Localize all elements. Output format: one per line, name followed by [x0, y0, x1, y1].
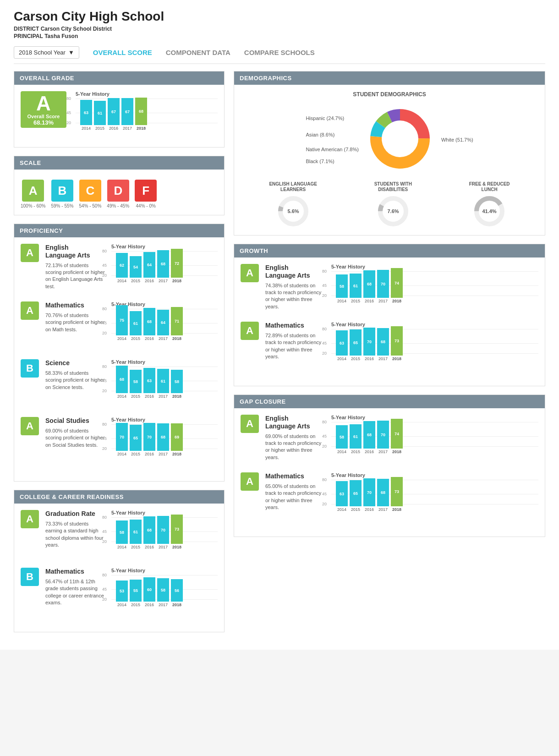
prof-info: EnglishLanguage Arts 74.38% of students …	[265, 264, 325, 310]
prof-desc: 56.47% of 11th & 12th grade students pas…	[45, 578, 105, 607]
bar-value: 58	[157, 578, 169, 602]
gauge-item: ENGLISH LANGUAGELEARNERS 5.6%	[269, 181, 317, 229]
bar-value: 64	[157, 310, 169, 335]
nav-bar: 2018 School Year ▼ OVERALL SCORE COMPONE…	[14, 46, 545, 64]
bar-wrap: 65 2015	[130, 425, 142, 456]
bar-value: 58	[336, 425, 348, 449]
bar-year-label: 2016	[365, 507, 374, 512]
scale-body: A 100% - 60% B 59% - 55% C 54% - 50% D 4…	[14, 170, 224, 215]
gauge-label: ENGLISH LANGUAGELEARNERS	[269, 181, 317, 192]
prof-name: Graduation Rate	[45, 510, 105, 518]
bar-year-label: 2018	[172, 394, 181, 399]
bar-value: 74	[391, 268, 403, 298]
bar-value: 61	[94, 101, 106, 125]
bar-year-label: 2016	[145, 279, 154, 283]
bar-wrap: 65 2015	[350, 480, 362, 512]
bar-wrap: 64 2016	[143, 252, 155, 283]
svg-text:7.6%: 7.6%	[387, 208, 399, 214]
scale-range: 44% - 0%	[136, 203, 156, 208]
scale-section: SCALE A 100% - 60% B 59% - 55% C 54% - 5…	[14, 156, 225, 215]
bar-wrap: 58 2014	[336, 274, 348, 303]
bar-value: 54	[130, 256, 142, 278]
bar-wrap: 72 2018	[171, 249, 183, 283]
legend-black: Black (7.1%)	[306, 159, 359, 164]
prof-chart-title: 5-Year History	[111, 244, 218, 249]
overall-grade-section: OVERALL GRADE A Overall Score 68.13% 5-Y…	[14, 71, 225, 148]
legend-left: Hispanic (24.7%) Asian (8.6%) Native Ame…	[306, 115, 359, 164]
year-dropdown[interactable]: 2018 School Year ▼	[14, 46, 79, 59]
bar-value: 71	[171, 307, 183, 335]
overall-grade-content: A Overall Score 68.13% 5-Year History 80…	[21, 91, 218, 141]
bar-year-label: 2016	[365, 449, 374, 454]
growth-section: GROWTH A EnglishLanguage Arts 74.38% of …	[234, 244, 545, 386]
bar-wrap: 68 2016	[143, 516, 155, 549]
legend-asian: Asian (8.6%)	[306, 132, 359, 137]
bar-year-label: 2016	[365, 356, 374, 361]
bar-year-label: 2015	[131, 336, 140, 341]
college-career-header: COLLEGE & CAREER READINESS	[14, 490, 224, 504]
bar-value: 70	[143, 423, 155, 451]
bar-value: 65	[350, 329, 362, 356]
prof-chart: 5-Year History 80 45 20 70 2014 65 2015 …	[111, 417, 218, 466]
bar-value: 60	[143, 577, 155, 602]
bar-wrap: 68 2017	[377, 328, 389, 361]
bar-year-label: 2015	[351, 449, 360, 454]
bar-value: 65	[350, 480, 362, 506]
tab-component-data[interactable]: COMPONENT DATA	[166, 49, 230, 56]
bar-value: 58	[171, 370, 183, 393]
tab-overall-score[interactable]: OVERALL SCORE	[93, 49, 152, 56]
college-career-body: A Graduation Rate 73.33% of students ear…	[14, 504, 224, 632]
demographics-body: STUDENT DEMOGRAPHICS Hispanic (24.7%) As…	[234, 85, 545, 235]
bar-year-label: 2014	[117, 279, 126, 283]
bar-year-label: 2014	[337, 449, 346, 454]
bar-wrap: 71 2018	[171, 307, 183, 341]
donut-segment	[400, 109, 430, 138]
prof-desc: 73.33% of students earning a standard hi…	[45, 520, 105, 549]
bar-wrap: 73 2018	[171, 515, 183, 549]
bar-value: 70	[363, 478, 375, 506]
prof-chart: 5-Year History 80 45 20 63 2014 65 2015 …	[331, 322, 538, 371]
bar-wrap: 68 2016	[363, 270, 375, 303]
bar-year-label: 2014	[117, 603, 126, 607]
bar-value: 75	[116, 305, 128, 335]
bar-wrap: 68 2016	[363, 421, 375, 454]
prof-item: A EnglishLanguage Arts 69.00% of student…	[241, 415, 538, 464]
overall-grade-chart: 5-Year History 80 45 20 63 2014 61 2015 …	[76, 91, 218, 141]
bar-value: 70	[363, 328, 375, 356]
bar-year-label: 2015	[95, 126, 104, 131]
prof-chart-title: 5-Year History	[111, 359, 218, 365]
bar-value: 53	[116, 581, 128, 602]
bar-year-label: 2014	[337, 299, 346, 303]
bar-wrap: 67 2017	[121, 98, 133, 131]
overall-bar-chart: 80 45 20 63 2014 61 2015 67 2016 67 2017…	[76, 99, 218, 141]
donut-chart	[363, 102, 437, 175]
bar-year-label: 2015	[351, 299, 360, 303]
prof-desc: 58.33% of students scoring proficient or…	[45, 370, 105, 391]
bar-year-label: 2015	[131, 394, 140, 399]
prof-info: EnglishLanguage Arts 69.00% of students …	[265, 415, 325, 461]
district-name: Carson City School District	[41, 26, 112, 32]
gauge-svg: 41.4%	[473, 195, 505, 227]
bar-year-label: 2016	[365, 299, 374, 303]
svg-text:41.4%: 41.4%	[482, 208, 497, 214]
bar-wrap: 63 2014	[336, 481, 348, 512]
bar-year-label: 2018	[392, 507, 401, 512]
prof-chart-title: 5-Year History	[331, 322, 538, 327]
bar-year-label: 2018	[392, 356, 401, 361]
bar-year-label: 2018	[172, 545, 181, 549]
prof-desc: 74.38% of students on track to reach pro…	[265, 282, 325, 311]
bar-value: 55	[130, 580, 142, 602]
bar-wrap: 74 2018	[391, 419, 403, 454]
bar-wrap: 70 2017	[377, 270, 389, 303]
bar-value: 68	[363, 270, 375, 298]
demographics-section: DEMOGRAPHICS STUDENT DEMOGRAPHICS Hispan…	[234, 71, 545, 236]
bar-wrap: 54 2015	[130, 256, 142, 283]
bar-wrap: 75 2014	[116, 305, 128, 341]
bar-wrap: 68 2017	[377, 479, 389, 512]
prof-grade-box: A	[241, 322, 259, 340]
bar-year-label: 2016	[109, 126, 118, 131]
prof-desc: 72.13% of students scoring proficient or…	[45, 262, 105, 290]
tab-compare-schools[interactable]: COMPARE SCHOOLS	[244, 49, 315, 56]
bar-wrap: 55 2015	[130, 580, 142, 607]
bar-wrap: 68 2017	[157, 423, 169, 456]
